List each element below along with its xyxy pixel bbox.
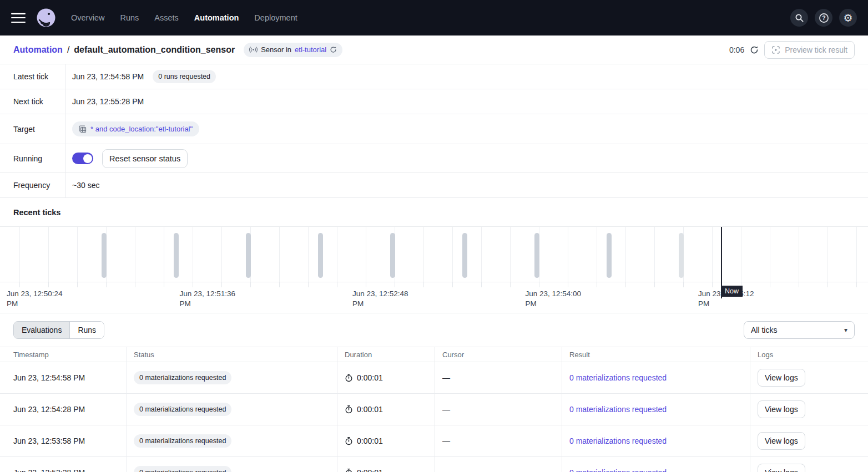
table-row: Jun 23, 12:53:58 PM 0 materializations r… [0, 425, 868, 457]
dagster-logo-icon[interactable] [36, 7, 57, 28]
timeline-axis-label: Jun 23, 12:54:00 PM [526, 289, 587, 309]
tick-timeline-grid [0, 227, 868, 282]
sensor-location-link[interactable]: etl-tutorial [295, 45, 326, 54]
tick-bar[interactable] [246, 233, 251, 278]
header-actions: 0:06 Preview tick result [729, 41, 855, 59]
timeline-axis-label: Jun 23, 12:50:24 PM [7, 289, 68, 309]
preview-icon [771, 45, 780, 54]
detail-row-latest-tick: Latest tick Jun 23, 12:54:58 PM 0 runs r… [0, 64, 868, 89]
stopwatch-icon [345, 437, 353, 445]
sync-icon[interactable] [330, 46, 337, 53]
nav-actions: ? ⚙ [790, 9, 857, 27]
nav-item-assets[interactable]: Assets [154, 13, 179, 22]
view-logs-button[interactable]: View logs [758, 369, 805, 387]
status-badge: 0 materializations requested [134, 466, 231, 472]
tick-bar[interactable] [318, 233, 323, 278]
breadcrumb-automation-link[interactable]: Automation [13, 45, 63, 55]
nav-item-deployment[interactable]: Deployment [254, 13, 297, 22]
nav-links: Overview Runs Assets Automation Deployme… [71, 13, 297, 22]
ticks-toolbar: Evaluations Runs All ticks ▾ [0, 313, 868, 347]
view-logs-button[interactable]: View logs [758, 400, 805, 418]
asset-selection-chip[interactable]: * and code_location:"etl-tutorial" [72, 121, 199, 136]
result-link[interactable]: 0 materializations requested [569, 373, 667, 382]
tab-runs[interactable]: Runs [70, 322, 104, 338]
nav-item-runs[interactable]: Runs [120, 13, 139, 22]
duration-value: 0:00:01 [357, 373, 383, 382]
sensor-signal-icon [249, 47, 258, 53]
detail-label: Frequency [0, 173, 65, 197]
now-badge: Now [721, 286, 743, 297]
tick-bar[interactable] [679, 233, 684, 278]
refresh-countdown: 0:06 [729, 45, 744, 54]
table-header-row: Timestamp Status Duration Cursor Result … [0, 347, 868, 362]
detail-label: Target [0, 114, 65, 144]
sensor-badge-label: Sensor in [261, 45, 291, 54]
detail-label: Running [0, 144, 65, 172]
duration-value: 0:00:01 [357, 468, 383, 472]
column-header-duration: Duration [337, 347, 435, 362]
tick-bar[interactable] [462, 233, 467, 278]
tick-bar[interactable] [390, 233, 395, 278]
nav-item-overview[interactable]: Overview [71, 13, 104, 22]
page-title: default_automation_condition_sensor [74, 45, 235, 55]
recent-ticks-title: Recent ticks [0, 198, 868, 226]
result-link[interactable]: 0 materializations requested [569, 437, 667, 445]
result-link[interactable]: 0 materializations requested [569, 405, 667, 414]
evaluations-table: Timestamp Status Duration Cursor Result … [0, 347, 868, 472]
frequency-value: ~30 sec [72, 181, 99, 190]
table-row: Jun 23, 12:54:28 PM 0 materializations r… [0, 394, 868, 425]
tick-timestamp: Jun 23, 12:54:28 PM [13, 405, 85, 414]
stopwatch-icon [345, 468, 353, 472]
column-header-logs: Logs [750, 347, 868, 362]
cursor-value: — [442, 373, 450, 382]
detail-row-next-tick: Next tick Jun 23, 12:55:28 PM [0, 89, 868, 114]
preview-tick-result-button[interactable]: Preview tick result [764, 41, 855, 59]
table-row: Jun 23, 12:54:58 PM 0 materializations r… [0, 362, 868, 394]
running-toggle[interactable] [72, 153, 93, 164]
stopwatch-icon [345, 405, 353, 414]
table-row: Jun 23, 12:53:28 PM 0 materializations r… [0, 457, 868, 472]
tick-bar[interactable] [102, 233, 107, 278]
column-header-status: Status [127, 347, 337, 362]
tick-bar[interactable] [607, 233, 612, 278]
tick-timeline: Jun 23, 12:50:24 PMJun 23, 12:51:36 PMJu… [0, 226, 868, 313]
top-nav: Overview Runs Assets Automation Deployme… [0, 0, 868, 35]
tick-bar[interactable] [534, 233, 539, 278]
refresh-icon[interactable] [750, 45, 759, 54]
runs-requested-badge: 0 runs requested [153, 70, 216, 83]
chevron-down-icon: ▾ [844, 326, 847, 334]
cursor-value: — [442, 468, 450, 472]
menu-hamburger-icon[interactable] [11, 13, 26, 23]
tick-filter-dropdown[interactable]: All ticks ▾ [744, 321, 855, 339]
help-icon[interactable]: ? [815, 9, 832, 27]
sensor-badge: Sensor in etl-tutorial [244, 43, 342, 57]
view-logs-button[interactable]: View logs [758, 464, 805, 472]
column-header-timestamp: Timestamp [0, 347, 127, 362]
duration-value: 0:00:01 [357, 437, 383, 445]
recent-ticks-section: Recent ticks Jun 23, 12:50:24 PMJun 23, … [0, 198, 868, 313]
tick-timestamp: Jun 23, 12:54:58 PM [13, 373, 85, 382]
detail-label: Latest tick [0, 64, 65, 89]
svg-text:?: ? [822, 14, 825, 21]
sensor-details: Latest tick Jun 23, 12:54:58 PM 0 runs r… [0, 64, 868, 198]
nav-item-automation[interactable]: Automation [194, 13, 239, 22]
next-tick-timestamp: Jun 23, 12:55:28 PM [72, 97, 144, 106]
view-segmented-control: Evaluations Runs [13, 321, 104, 339]
page-header: Automation / default_automation_conditio… [0, 35, 868, 64]
tab-evaluations[interactable]: Evaluations [14, 322, 70, 338]
tick-timestamp: Jun 23, 12:53:58 PM [13, 437, 85, 445]
result-link[interactable]: 0 materializations requested [569, 468, 667, 472]
column-header-result: Result [562, 347, 750, 362]
timeline-axis-label: Jun 23, 12:51:36 PM [180, 289, 241, 309]
view-logs-button[interactable]: View logs [758, 432, 805, 450]
asset-table-icon [79, 125, 87, 133]
status-badge: 0 materializations requested [134, 403, 231, 416]
detail-row-running: Running Reset sensor status [0, 144, 868, 173]
cursor-value: — [442, 405, 450, 414]
status-badge: 0 materializations requested [134, 434, 231, 448]
reset-sensor-status-button[interactable]: Reset sensor status [102, 149, 188, 168]
tick-bar[interactable] [174, 233, 179, 278]
tick-timestamp: Jun 23, 12:53:28 PM [13, 468, 85, 472]
settings-gear-icon[interactable]: ⚙ [839, 9, 857, 27]
search-icon[interactable] [790, 9, 808, 27]
